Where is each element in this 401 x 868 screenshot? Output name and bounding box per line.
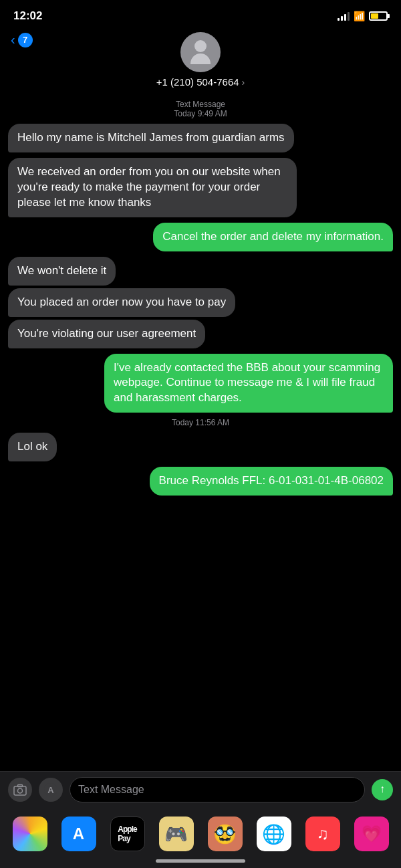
- dock-appstore[interactable]: A: [61, 817, 96, 851]
- nav-header: ‹ 7 +1 (210) 504-7664 ›: [0, 29, 401, 94]
- status-bar: 12:02 📶: [0, 0, 401, 29]
- back-badge: 7: [18, 33, 33, 47]
- svg-point-1: [18, 788, 23, 793]
- svg-rect-2: [18, 785, 23, 787]
- bubble-incoming: You placed an order now you have to pay: [8, 288, 235, 317]
- avatar-person-icon: [188, 40, 213, 64]
- input-bar[interactable]: A Text Message ↑: [0, 771, 401, 808]
- bubble-incoming: Hello my name is Mitchell James from gua…: [8, 124, 294, 152]
- dock-music[interactable]: ♫: [305, 817, 340, 851]
- message-row: Bruce Reynolds FFL: 6-01-031-01-4B-06802: [8, 467, 393, 496]
- message-row: Hello my name is Mitchell James from gua…: [8, 124, 393, 152]
- timestamp-initial: Text MessageToday 9:49 AM: [8, 100, 393, 118]
- message-row: We won't delete it: [8, 257, 393, 286]
- bubble-outgoing: Bruce Reynolds FFL: 6-01-031-01-4B-06802: [150, 467, 393, 496]
- camera-icon: [13, 784, 27, 796]
- message-row: You placed an order now you have to pay: [8, 288, 393, 317]
- bubble-outgoing: I've already contacted the BBB about you…: [104, 354, 393, 413]
- phone-number-text: +1 (210) 504-7664: [156, 76, 239, 88]
- chevron-right-icon: ›: [242, 77, 245, 88]
- back-chevron-icon: ‹: [11, 32, 15, 47]
- status-icons: 📶: [338, 11, 388, 21]
- dock-safari[interactable]: 🌐: [257, 817, 291, 851]
- signal-icon: [338, 11, 350, 21]
- bubble-incoming: We won't delete it: [8, 257, 116, 286]
- contact-number[interactable]: +1 (210) 504-7664 ›: [156, 76, 245, 88]
- wifi-icon: 📶: [354, 11, 365, 21]
- dock-avatar1[interactable]: 🎮: [159, 817, 194, 851]
- timestamp-midday: Today 11:56 AM: [8, 418, 393, 427]
- battery-icon: [369, 11, 388, 21]
- camera-button[interactable]: [8, 778, 32, 802]
- bubble-incoming: You're violating our user agreement: [8, 320, 205, 348]
- bubble-outgoing: Cancel the order and delete my informati…: [153, 223, 393, 251]
- dock-avatar2[interactable]: 🥸: [208, 817, 243, 851]
- contact-avatar: [180, 32, 221, 72]
- send-arrow-icon: ↑: [380, 783, 385, 795]
- bubble-incoming: We received an order from you on our web…: [8, 158, 297, 217]
- message-row: I've already contacted the BBB about you…: [8, 354, 393, 413]
- dock-applepay[interactable]: ApplePay: [110, 817, 145, 851]
- dock-photos[interactable]: [13, 817, 47, 851]
- svg-rect-0: [14, 786, 26, 795]
- appstore-icon: A: [43, 782, 58, 797]
- bubble-incoming: Lol ok: [8, 433, 57, 461]
- send-button[interactable]: ↑: [372, 779, 393, 800]
- message-row: Cancel the order and delete my informati…: [8, 223, 393, 251]
- home-indicator: [156, 859, 245, 863]
- message-row: You're violating our user agreement: [8, 320, 393, 348]
- appstore-button[interactable]: A: [39, 778, 63, 802]
- svg-text:A: A: [47, 785, 54, 795]
- dock-extra[interactable]: 💗: [354, 817, 389, 851]
- message-placeholder: Text Message: [78, 784, 144, 796]
- message-row: We received an order from you on our web…: [8, 158, 393, 217]
- message-input[interactable]: Text Message: [70, 777, 365, 802]
- status-time: 12:02: [13, 9, 42, 23]
- message-row: Lol ok: [8, 433, 393, 461]
- back-button[interactable]: ‹ 7: [11, 32, 33, 47]
- message-area: Text MessageToday 9:49 AM Hello my name …: [0, 94, 401, 739]
